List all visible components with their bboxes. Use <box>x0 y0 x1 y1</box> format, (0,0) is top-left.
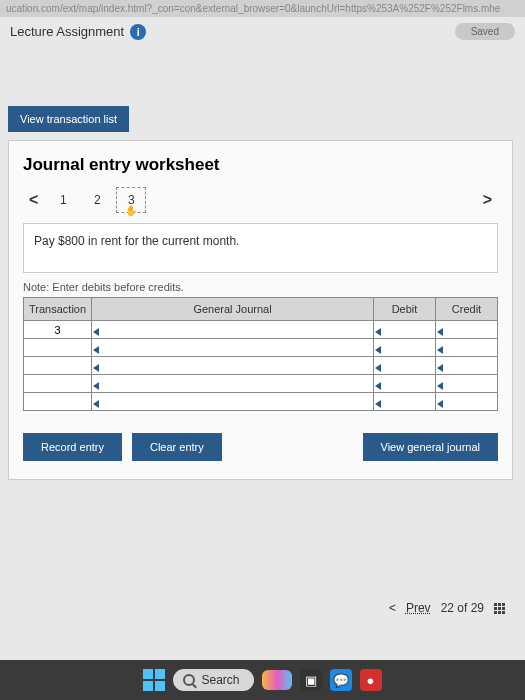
pager-page-2[interactable]: 2 <box>82 187 112 213</box>
note-text: Note: Enter debits before credits. <box>23 281 498 293</box>
pager-prev-icon[interactable]: < <box>23 191 44 209</box>
cell-gj[interactable] <box>92 375 374 393</box>
url-bar: ucation.com/ext/map/index.html?_con=con&… <box>0 0 525 17</box>
cell-transaction[interactable] <box>24 375 92 393</box>
cell-gj[interactable] <box>92 393 374 411</box>
clear-entry-button[interactable]: Clear entry <box>132 433 222 461</box>
dropdown-icon <box>437 346 443 354</box>
dropdown-icon <box>437 328 443 336</box>
dropdown-icon <box>437 382 443 390</box>
saved-badge: Saved <box>455 23 515 40</box>
dropdown-icon <box>375 364 381 372</box>
taskbar-app-icon[interactable]: ● <box>360 669 382 691</box>
cell-credit[interactable] <box>436 321 498 339</box>
cell-credit[interactable] <box>436 357 498 375</box>
dropdown-icon <box>437 400 443 408</box>
cursor-icon: ✋ <box>125 205 137 216</box>
view-transaction-list-button[interactable]: View transaction list <box>8 106 129 132</box>
table-row <box>24 393 498 411</box>
cell-debit[interactable] <box>374 339 436 357</box>
dropdown-icon <box>93 400 99 408</box>
cell-transaction[interactable] <box>24 357 92 375</box>
table-row <box>24 339 498 357</box>
info-icon[interactable]: i <box>130 24 146 40</box>
dropdown-icon <box>375 400 381 408</box>
transaction-pager: < 1 2 3 ✋ > <box>23 187 498 213</box>
col-header-credit: Credit <box>436 298 498 321</box>
taskbar-search[interactable]: Search <box>173 669 253 691</box>
col-header-transaction: Transaction <box>24 298 92 321</box>
cell-credit[interactable] <box>436 393 498 411</box>
taskbar-app-icon[interactable] <box>262 670 292 690</box>
search-icon <box>183 674 195 686</box>
pager-page-3[interactable]: 3 ✋ <box>116 187 146 213</box>
grid-menu-icon[interactable] <box>494 603 505 614</box>
footer-prev-chevron-icon[interactable]: < <box>389 601 396 615</box>
cell-debit[interactable] <box>374 393 436 411</box>
cell-gj[interactable] <box>92 339 374 357</box>
dropdown-icon <box>93 346 99 354</box>
cell-debit[interactable] <box>374 357 436 375</box>
cell-credit[interactable] <box>436 375 498 393</box>
dropdown-icon <box>93 364 99 372</box>
cell-transaction[interactable] <box>24 393 92 411</box>
cell-transaction[interactable]: 3 <box>24 321 92 339</box>
app-area: Lecture Assignment i Saved View transact… <box>0 17 525 665</box>
worksheet-title: Journal entry worksheet <box>23 155 498 175</box>
taskbar-app-icon[interactable]: ▣ <box>300 669 322 691</box>
taskbar-app-icon[interactable]: 💬 <box>330 669 352 691</box>
taskbar: Search ▣ 💬 ● <box>0 660 525 700</box>
cell-debit[interactable] <box>374 375 436 393</box>
cell-debit[interactable] <box>374 321 436 339</box>
col-header-general-journal: General Journal <box>92 298 374 321</box>
windows-start-icon[interactable] <box>143 669 165 691</box>
dropdown-icon <box>437 364 443 372</box>
dropdown-icon <box>375 328 381 336</box>
footer-pager: < Prev 22 of 29 <box>389 601 505 615</box>
dropdown-icon <box>375 346 381 354</box>
footer-prev-button[interactable]: Prev <box>406 601 431 615</box>
header-bar: Lecture Assignment i Saved <box>0 17 525 46</box>
cell-transaction[interactable] <box>24 339 92 357</box>
table-row <box>24 375 498 393</box>
pager-page-1[interactable]: 1 <box>48 187 78 213</box>
cell-gj[interactable] <box>92 321 374 339</box>
table-row <box>24 357 498 375</box>
pager-next-icon[interactable]: > <box>477 191 498 209</box>
search-label: Search <box>201 673 239 687</box>
col-header-debit: Debit <box>374 298 436 321</box>
view-general-journal-button[interactable]: View general journal <box>363 433 498 461</box>
worksheet-card: Journal entry worksheet < 1 2 3 ✋ > Pay … <box>8 140 513 480</box>
page-title: Lecture Assignment <box>10 24 124 39</box>
cell-credit[interactable] <box>436 339 498 357</box>
dropdown-icon <box>93 382 99 390</box>
instruction-box: Pay $800 in rent for the current month. <box>23 223 498 273</box>
footer-position: 22 of 29 <box>441 601 484 615</box>
cell-gj[interactable] <box>92 357 374 375</box>
record-entry-button[interactable]: Record entry <box>23 433 122 461</box>
journal-table: Transaction General Journal Debit Credit… <box>23 297 498 411</box>
dropdown-icon <box>375 382 381 390</box>
dropdown-icon <box>93 328 99 336</box>
action-button-row: Record entry Clear entry View general jo… <box>23 433 498 461</box>
table-row: 3 <box>24 321 498 339</box>
